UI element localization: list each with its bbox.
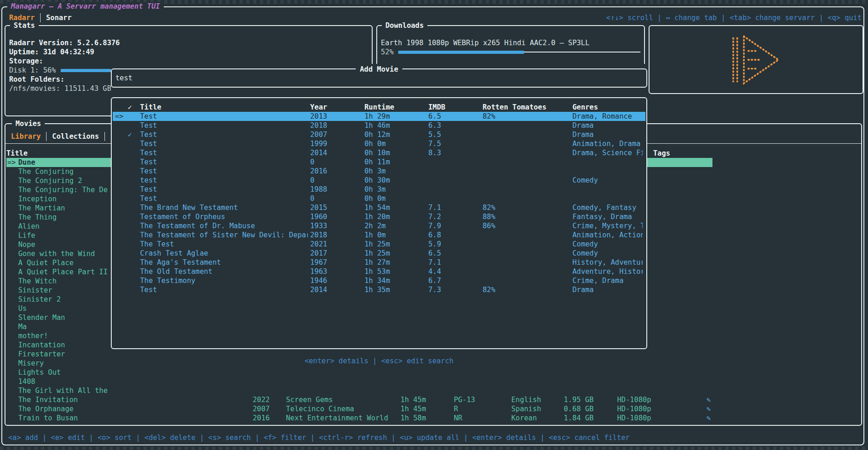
result-row[interactable]: Test00h 11m [113,157,645,167]
popup-keybind-bar: <enter> details | <esc> edit search [111,356,647,366]
result-row[interactable]: test00h 30mComedy [113,176,645,185]
cell-rotten-tomatoes: 88% [483,212,495,221]
cell-runtime: 0h 10m [364,148,390,157]
result-row[interactable]: The Aga's Testament19671h 27m7.1History,… [113,258,645,267]
tag-icon: ✎ [707,404,711,413]
result-row[interactable]: Test00h 0m [113,194,645,203]
cell-genres: Comedy [572,176,643,185]
cell-genres: Drama, Romance [572,112,643,121]
download-item: Earth 1998 1080p WEBRip x265 Hindi AAC2.… [381,38,640,47]
cell-title: The Invitation [18,395,109,404]
cell-year: 1988 [310,185,327,194]
cell-imdb: 7.1 [428,203,441,212]
cell-title: Misery [18,359,109,368]
cell-year: 0 [310,176,314,185]
cell-imdb: 5.5 [428,130,441,139]
result-row[interactable]: Test20140h 10m8.3Drama, Science Fiction [113,148,645,157]
column-header-title: Title [140,103,308,112]
tag-icon: ✎ [707,395,711,404]
cell-runtime: 1h 58m [400,413,426,423]
cell-title: Dune [18,158,109,167]
cell-runtime: 1h 35m [364,285,390,294]
downloads-title: Downloads [382,21,427,30]
selected-marker: => [7,158,16,167]
cell-title: The Witch [18,277,109,286]
cell-imdb: 6.7 [428,276,441,285]
cell-imdb: 6.5 [428,112,441,121]
cell-title: Inception [18,194,109,204]
disk-usage-bar [61,69,112,72]
managarr-play-logo-icon [729,31,783,89]
result-row[interactable]: The Brand New Testament20151h 54m7.182%C… [113,203,645,212]
cell-title: Sinister [18,286,109,295]
result-row[interactable]: Test20141h 35m7.382%Drama [113,285,645,294]
cell-year: 0 [310,194,314,203]
cell-certification: PG-13 [454,395,475,404]
cell-title: Lights Out [18,368,109,377]
cell-genres: Crime, Drama [572,276,643,285]
column-header-genres: Genres [572,103,643,112]
stats-title: Stats [10,21,39,30]
cell-genres: Drama [572,130,643,139]
cell-genres: Drama [572,121,643,130]
movie-row[interactable]: The Invitation2022Screen Gems1h 45mPG-13… [6,395,860,404]
result-row[interactable]: Test19880h 3m [113,185,645,194]
cell-title: The Orphanage [18,404,109,413]
cell-runtime: 1h 45m [400,395,426,404]
result-row[interactable]: =>Test20131h 29m6.582%Drama, Romance [113,112,645,121]
cell-year: 2018 [310,230,327,240]
tab-sonarr[interactable]: Sonarr [43,13,74,22]
cell-title: Test [140,185,308,194]
cell-runtime: 1h 25m [364,249,390,258]
column-header-runtime: Runtime [364,103,394,112]
cell-title: Nope [18,240,109,249]
column-header-year: Year [310,103,327,112]
result-row[interactable]: Test20160h 3m [113,167,645,176]
add-movie-popup: Add Movie ✓ Title Year Runtime IMDB Rott… [111,64,647,393]
result-row[interactable]: The Testament of Dr. Mabuse19332h 2m7.98… [113,221,645,230]
cell-title: The Brand New Testament [140,203,308,212]
cell-rotten-tomatoes: 86% [483,221,495,230]
cell-certification: R [454,404,458,413]
logo-panel [649,25,863,94]
tab-library[interactable]: Library [8,132,43,141]
cell-language: Spanish [511,404,541,413]
cell-year: 2007 [310,130,327,139]
bottom-edge-artifact [0,447,868,450]
cell-runtime: 1h 46m [364,121,390,130]
movie-row[interactable]: The Orphanage2007Telecinco Cinema1h 45mR… [6,404,860,413]
result-row[interactable]: ✓Test20070h 12m5.5Drama [113,130,645,139]
cell-title: Test [140,112,308,121]
cell-year: 2017 [310,249,327,258]
checked-icon: ✓ [128,130,132,139]
cell-imdb: 7.1 [428,258,441,267]
cell-title: The Thing [18,213,109,222]
cell-title: The Test [140,240,308,249]
cell-title: The Conjuring 2 [18,176,109,185]
cell-title: Gone with the Wind [18,249,109,258]
result-row[interactable]: Testament of Orpheus19601h 20m7.288%Fant… [113,212,645,221]
cell-genres: Animation, Drama [572,139,643,148]
cell-year: 1960 [310,212,327,221]
cell-runtime: 1h 20m [364,212,390,221]
tab-collections[interactable]: Collections [49,132,102,141]
cell-year: 2021 [310,240,327,249]
cell-title: Life [18,231,109,240]
result-row[interactable]: Test20181h 46m6.3Drama [113,121,645,130]
cell-imdb: 7.2 [428,212,441,221]
result-row[interactable]: The Testimony19461h 34m6.7Crime, Drama [113,276,645,285]
result-row[interactable]: The Testament of Sister New Devil: Depar… [113,230,645,240]
cell-rotten-tomatoes: 82% [483,285,495,294]
bottom-keybind-bar: <a> add | <e> edit | <o> sort | <del> de… [8,433,629,443]
cell-quality: HD-1080p [617,395,651,404]
movie-row[interactable]: Train to Busan2016Next Entertainment Wor… [6,413,860,423]
cell-runtime: 1h 53m [364,267,390,276]
cell-imdb: 7.9 [428,221,441,230]
result-row[interactable]: Test19990h 0m7.5Animation, Drama [113,139,645,148]
result-row[interactable]: The Old Testament19631h 53m4.4Adventure,… [113,267,645,276]
cell-year: 2007 [253,404,270,413]
result-row[interactable]: The Test20211h 25m5.9Comedy [113,240,645,249]
cell-runtime: 1h 27m [364,258,390,267]
result-row[interactable]: Crash Test Aglae20171h 25m6.5Comedy [113,249,645,258]
cell-title: The Testament of Dr. Mabuse [140,221,308,230]
